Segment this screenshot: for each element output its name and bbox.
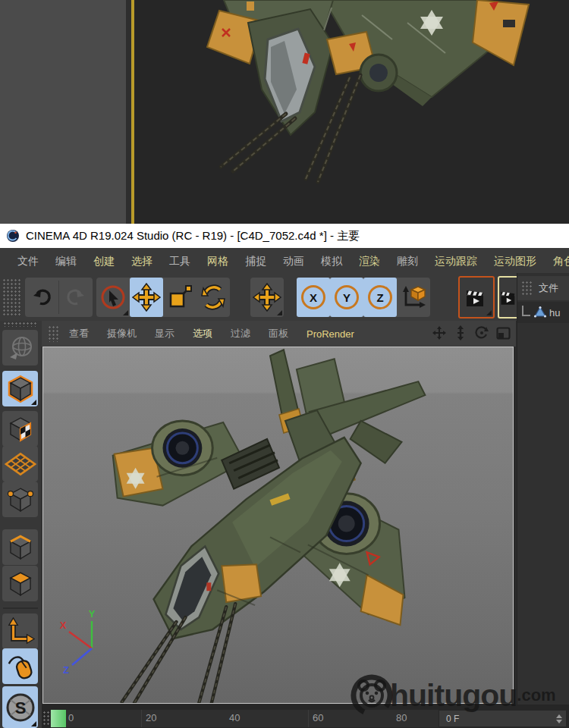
- redo-icon: [64, 287, 87, 308]
- undo-button[interactable]: [25, 278, 58, 317]
- current-frame-field[interactable]: 0 F: [439, 710, 567, 727]
- viewport-menubar: 查看 摄像机 显示 选项 过滤 面板 ProRender: [42, 321, 516, 347]
- object-manager-drag-handle[interactable]: [521, 281, 533, 296]
- x-axis-lock: X: [301, 285, 325, 309]
- vp-menu-view[interactable]: 查看: [60, 327, 98, 340]
- aircraft-model-closeup[interactable]: [134, 0, 569, 224]
- axis-z-label: Z: [63, 664, 69, 674]
- menu-select[interactable]: 选择: [123, 248, 161, 274]
- tick-20: 20: [146, 712, 156, 723]
- lock-y-button[interactable]: Y: [330, 278, 363, 317]
- axis-y-label: Y: [89, 609, 96, 620]
- vp-menu-camera[interactable]: 摄像机: [98, 327, 146, 340]
- make-editable-button[interactable]: [2, 330, 38, 366]
- vp-menu-panel[interactable]: 面板: [259, 327, 297, 340]
- last-used-tool-button[interactable]: [250, 278, 284, 317]
- make-editable-globe-icon: [7, 334, 34, 362]
- frame-spinner[interactable]: [556, 714, 566, 723]
- cinema4d-logo-icon: [6, 229, 20, 243]
- top-viewport-canvas[interactable]: [134, 0, 569, 224]
- main-menu-bar: 文件 编辑 创建 选择 工具 网格 捕捉 动画 模拟 渲染 雕刻 运动跟踪 运动…: [0, 248, 569, 274]
- panel-separator: [126, 0, 131, 224]
- aircraft-model[interactable]: [43, 347, 514, 704]
- main-viewport-canvas[interactable]: Y X Z: [42, 347, 514, 704]
- object-manager-panel: 文件 hu: [517, 273, 569, 704]
- live-selection-button[interactable]: [96, 278, 130, 317]
- scale-tool-button[interactable]: [163, 278, 196, 317]
- object-tree-row[interactable]: hu: [517, 302, 569, 323]
- menu-animate[interactable]: 动画: [275, 248, 313, 274]
- live-selection-icon: [99, 284, 127, 311]
- timeline-drag-handle[interactable]: [42, 711, 49, 726]
- rotate-icon: [200, 284, 227, 311]
- palette-drag-handle[interactable]: [3, 322, 36, 327]
- viewport-orbit-button[interactable]: [473, 324, 490, 342]
- viewport-toggle-layout-button[interactable]: [495, 324, 511, 342]
- mouse-interaction-button[interactable]: [2, 648, 38, 684]
- menu-create[interactable]: 创建: [85, 248, 123, 274]
- mouse-icon: [6, 652, 35, 681]
- vp-menu-prorender[interactable]: ProRender: [297, 328, 363, 340]
- lock-z-button[interactable]: Z: [363, 278, 397, 317]
- polygons-mode-cube-icon: [5, 569, 36, 599]
- texture-mode-button[interactable]: [2, 411, 38, 447]
- pan-icon: [432, 326, 446, 340]
- timeline-ruler[interactable]: 0 20 40 60 80: [50, 710, 439, 727]
- enable-axis-button[interactable]: [2, 613, 38, 649]
- cinema4d-window: CINEMA 4D R19.024 Studio (RC - R19) - [C…: [0, 0, 569, 728]
- object-manager-menubar: 文件: [517, 276, 569, 300]
- workplane-mode-button[interactable]: [2, 446, 38, 482]
- viewport-menu-drag-handle[interactable]: [48, 325, 60, 342]
- window-title: CINEMA 4D R19.024 Studio (RC - R19) - [C…: [26, 229, 360, 243]
- menu-mesh[interactable]: 网格: [199, 248, 237, 274]
- vp-menu-options[interactable]: 选项: [184, 327, 222, 340]
- spinner-up-icon[interactable]: [556, 714, 562, 718]
- menu-simulate[interactable]: 模拟: [313, 248, 351, 274]
- vp-menu-filter[interactable]: 过滤: [222, 327, 259, 340]
- menu-mograph[interactable]: 运动图形: [486, 248, 545, 274]
- points-mode-button[interactable]: [2, 482, 38, 517]
- workplane-icon: [5, 450, 36, 479]
- spinner-down-icon[interactable]: [556, 720, 562, 723]
- tree-branch-icon: [520, 306, 531, 319]
- viewport-pan-button[interactable]: [431, 324, 448, 342]
- timeline-playhead[interactable]: [51, 710, 66, 727]
- toolbar-drag-handle[interactable]: [2, 278, 20, 316]
- vp-menu-display[interactable]: 显示: [146, 327, 184, 340]
- menu-character[interactable]: 角色: [545, 248, 569, 274]
- object-manager-file-menu[interactable]: 文件: [539, 281, 558, 295]
- snap-button[interactable]: S: [2, 686, 38, 728]
- tick-60: 60: [313, 712, 323, 723]
- polygons-mode-button[interactable]: [2, 566, 38, 601]
- top-left-panel: [0, 0, 126, 224]
- rotate-tool-button[interactable]: [196, 278, 230, 317]
- viewport-dolly-button[interactable]: [452, 324, 469, 342]
- lock-x-button[interactable]: X: [297, 278, 330, 317]
- title-bar: CINEMA 4D R19.024 Studio (RC - R19) - [C…: [0, 224, 569, 248]
- orbit-icon: [475, 326, 489, 340]
- tick-0: 0: [68, 712, 74, 723]
- cone-object-icon: [533, 306, 547, 319]
- menu-snap[interactable]: 捕捉: [237, 248, 275, 274]
- menu-sculpt[interactable]: 雕刻: [388, 248, 426, 274]
- menu-file[interactable]: 文件: [9, 248, 47, 274]
- menu-edit[interactable]: 编辑: [47, 248, 85, 274]
- top-viewport-fragment[interactable]: [0, 0, 569, 224]
- menu-tools[interactable]: 工具: [161, 248, 199, 274]
- coordinate-system-button[interactable]: [397, 278, 430, 317]
- axis-gizmo: Y X Z: [54, 609, 108, 674]
- move-tool-button[interactable]: [130, 278, 163, 317]
- tick-40: 40: [229, 712, 240, 723]
- render-view-button[interactable]: [458, 276, 495, 318]
- menu-motion-tracker[interactable]: 运动跟踪: [426, 248, 486, 274]
- edges-mode-button[interactable]: [2, 529, 38, 565]
- toggle-layout-icon: [496, 327, 511, 340]
- menu-render[interactable]: 渲染: [351, 248, 388, 274]
- dolly-icon: [455, 325, 466, 340]
- last-tool-move-icon: [253, 283, 281, 312]
- coordinate-system-icon: [400, 284, 427, 311]
- z-axis-lock: Z: [368, 285, 392, 309]
- edges-mode-cube-icon: [5, 532, 36, 563]
- redo-button[interactable]: [59, 278, 93, 317]
- model-mode-button[interactable]: [2, 371, 38, 406]
